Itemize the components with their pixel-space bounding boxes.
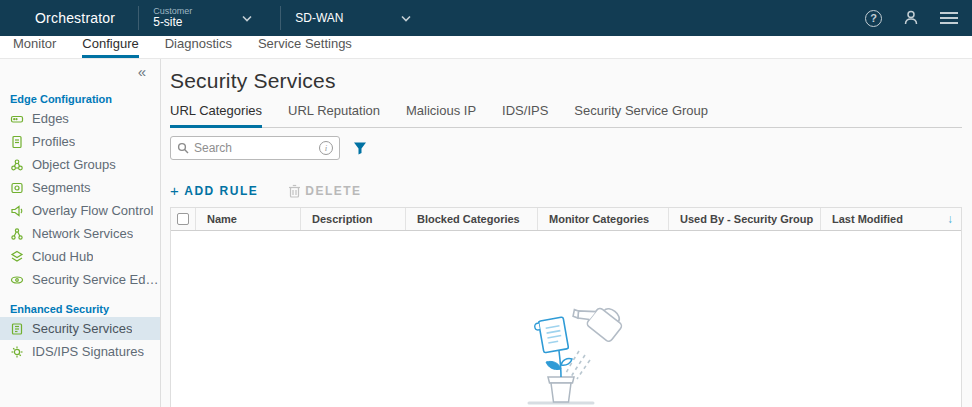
sidebar-section-edge-configuration: Edge Configuration xyxy=(0,93,160,107)
service-selector[interactable]: SD-WAN xyxy=(295,11,343,25)
sidebar-item-cloud-hub[interactable]: Cloud Hub xyxy=(0,245,160,268)
sidebar-item-label: Profiles xyxy=(32,134,75,149)
tab-configure[interactable]: Configure xyxy=(82,36,138,58)
tab-url-categories[interactable]: URL Categories xyxy=(170,103,262,128)
sidebar-item-label: Segments xyxy=(32,180,91,195)
search-box: i xyxy=(170,136,340,160)
sidebar-item-label: Object Groups xyxy=(32,157,116,172)
sidebar-item-label: IDS/IPS Signatures xyxy=(32,344,144,359)
tab-monitor[interactable]: Monitor xyxy=(13,36,56,58)
topbar-actions: ? xyxy=(865,9,972,27)
search-icon xyxy=(177,142,189,154)
top-bar: Orchestrator Customer 5-site SD-WAN ? xyxy=(0,0,972,36)
security-services-icon xyxy=(10,322,24,336)
chevron-down-icon[interactable] xyxy=(242,15,252,22)
orchestrator-app: Orchestrator Customer 5-site SD-WAN ? Mo… xyxy=(0,0,972,407)
delete-label: DELETE xyxy=(305,184,361,198)
cloud-hub-icon xyxy=(10,250,24,264)
sidebar-item-label: Security Services xyxy=(32,321,132,336)
rules-table: Name Description Blocked Categories Moni… xyxy=(170,207,962,407)
network-services-icon xyxy=(10,227,24,241)
sidebar-item-security-services[interactable]: Security Services xyxy=(0,317,160,340)
table-body: No security feature found xyxy=(171,231,961,407)
search-input[interactable] xyxy=(194,141,314,155)
tab-security-service-group[interactable]: Security Service Group xyxy=(574,103,708,128)
brand-title: Orchestrator xyxy=(35,10,115,26)
filter-icon[interactable] xyxy=(353,141,367,155)
sidebar-item-network-services[interactable]: Network Services xyxy=(0,222,160,245)
sidebar-item-label: Network Services xyxy=(32,226,133,241)
plus-icon: + xyxy=(170,182,180,199)
sidebar-item-security-service-edge[interactable]: Security Service Edge (SS… xyxy=(0,268,160,291)
table-header-row: Name Description Blocked Categories Moni… xyxy=(171,208,961,231)
ids-ips-signatures-icon xyxy=(10,345,24,359)
tab-diagnostics[interactable]: Diagnostics xyxy=(165,36,232,58)
column-header-name[interactable]: Name xyxy=(196,208,301,230)
tab-service-settings[interactable]: Service Settings xyxy=(258,36,352,58)
empty-state-illustration xyxy=(491,299,641,407)
grid-toolbar: + ADD RULE DELETE xyxy=(170,182,962,199)
last-modified-label: Last Modified xyxy=(832,213,903,225)
customer-value: 5-site xyxy=(153,16,192,30)
info-icon[interactable]: i xyxy=(319,141,333,155)
sidebar-item-overlay-flow-control[interactable]: Overlay Flow Control xyxy=(0,199,160,222)
column-header-monitor-categories[interactable]: Monitor Categories xyxy=(538,208,669,230)
content-area: « Edge Configuration Edges Profiles Obje… xyxy=(0,59,972,407)
sidebar-item-edges[interactable]: Edges xyxy=(0,107,160,130)
sort-descending-icon[interactable]: ↓ xyxy=(947,212,953,226)
sidebar: « Edge Configuration Edges Profiles Obje… xyxy=(0,59,161,407)
column-header-blocked-categories[interactable]: Blocked Categories xyxy=(406,208,538,230)
tab-url-reputation[interactable]: URL Reputation xyxy=(288,103,380,128)
user-icon[interactable] xyxy=(902,9,920,27)
sidebar-item-ids-ips-signatures[interactable]: IDS/IPS Signatures xyxy=(0,340,160,363)
select-all-checkbox[interactable] xyxy=(177,213,189,225)
security-service-edge-icon xyxy=(10,273,24,287)
delete-button[interactable]: DELETE xyxy=(288,184,361,198)
help-icon[interactable]: ? xyxy=(865,10,882,27)
collapse-sidebar-icon[interactable]: « xyxy=(138,63,146,81)
sidebar-item-label: Edges xyxy=(32,111,69,126)
column-header-description[interactable]: Description xyxy=(301,208,406,230)
add-rule-label: ADD RULE xyxy=(184,184,258,198)
topbar-divider xyxy=(280,6,281,30)
empty-state: No security feature found xyxy=(491,299,641,407)
sidebar-item-segments[interactable]: Segments xyxy=(0,176,160,199)
sidebar-item-label: Security Service Edge (SS… xyxy=(32,272,160,287)
primary-nav: Monitor Configure Diagnostics Service Se… xyxy=(0,36,972,59)
select-all-cell xyxy=(171,208,196,230)
sidebar-item-label: Overlay Flow Control xyxy=(32,203,153,218)
topbar-divider xyxy=(138,6,139,30)
edges-icon xyxy=(10,112,24,126)
object-groups-icon xyxy=(10,158,24,172)
profiles-icon xyxy=(10,135,24,149)
chevron-down-icon[interactable] xyxy=(401,15,411,22)
security-services-tabs: URL Categories URL Reputation Malicious … xyxy=(170,103,962,128)
sidebar-item-profiles[interactable]: Profiles xyxy=(0,130,160,153)
column-header-used-by-security-group[interactable]: Used By - Security Group xyxy=(669,208,821,230)
main-panel: Security Services URL Categories URL Rep… xyxy=(161,59,972,407)
customer-selector[interactable]: Customer 5-site xyxy=(153,6,192,30)
column-header-last-modified[interactable]: Last Modified ↓ xyxy=(821,208,961,230)
overlay-flow-control-icon xyxy=(10,204,24,218)
tab-ids-ips[interactable]: IDS/IPS xyxy=(502,103,548,128)
add-rule-button[interactable]: + ADD RULE xyxy=(170,182,258,199)
sidebar-item-label: Cloud Hub xyxy=(32,249,93,264)
sidebar-section-enhanced-security: Enhanced Security xyxy=(0,303,160,317)
segments-icon xyxy=(10,181,24,195)
sidebar-item-object-groups[interactable]: Object Groups xyxy=(0,153,160,176)
page-title: Security Services xyxy=(170,69,962,93)
menu-icon[interactable] xyxy=(940,12,958,24)
search-row: i xyxy=(170,136,962,160)
trash-icon xyxy=(288,184,301,198)
tab-malicious-ip[interactable]: Malicious IP xyxy=(406,103,476,128)
